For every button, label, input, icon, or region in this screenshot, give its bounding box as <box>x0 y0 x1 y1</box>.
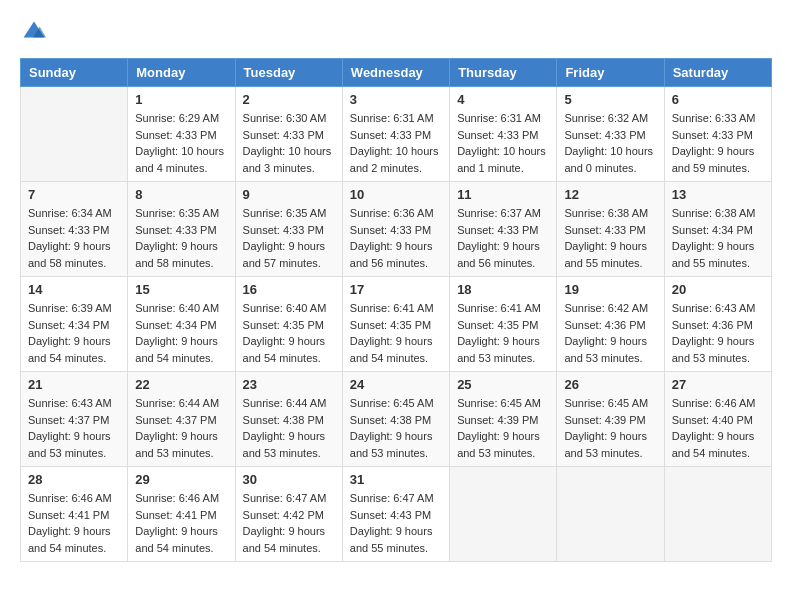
cell-content: Sunrise: 6:39 AM Sunset: 4:34 PM Dayligh… <box>28 300 120 366</box>
day-number: 6 <box>672 92 764 107</box>
calendar-week-1: 1 Sunrise: 6:29 AM Sunset: 4:33 PM Dayli… <box>21 87 772 182</box>
day-number: 7 <box>28 187 120 202</box>
sunset-text: Sunset: 4:36 PM <box>564 319 645 331</box>
calendar-cell: 2 Sunrise: 6:30 AM Sunset: 4:33 PM Dayli… <box>235 87 342 182</box>
daylight-text: Daylight: 10 hours and 3 minutes. <box>243 145 332 174</box>
daylight-text: Daylight: 9 hours and 55 minutes. <box>672 240 755 269</box>
day-header-friday: Friday <box>557 59 664 87</box>
daylight-text: Daylight: 9 hours and 55 minutes. <box>350 525 433 554</box>
day-header-monday: Monday <box>128 59 235 87</box>
calendar-week-4: 21 Sunrise: 6:43 AM Sunset: 4:37 PM Dayl… <box>21 372 772 467</box>
day-number: 10 <box>350 187 442 202</box>
daylight-text: Daylight: 9 hours and 53 minutes. <box>672 335 755 364</box>
sunset-text: Sunset: 4:33 PM <box>564 129 645 141</box>
daylight-text: Daylight: 10 hours and 1 minute. <box>457 145 546 174</box>
calendar-cell: 1 Sunrise: 6:29 AM Sunset: 4:33 PM Dayli… <box>128 87 235 182</box>
cell-content: Sunrise: 6:46 AM Sunset: 4:41 PM Dayligh… <box>28 490 120 556</box>
sunset-text: Sunset: 4:33 PM <box>135 224 216 236</box>
daylight-text: Daylight: 10 hours and 0 minutes. <box>564 145 653 174</box>
day-number: 19 <box>564 282 656 297</box>
calendar-cell <box>450 467 557 562</box>
calendar-cell: 16 Sunrise: 6:40 AM Sunset: 4:35 PM Dayl… <box>235 277 342 372</box>
calendar-header-row: SundayMondayTuesdayWednesdayThursdayFrid… <box>21 59 772 87</box>
calendar-cell: 12 Sunrise: 6:38 AM Sunset: 4:33 PM Dayl… <box>557 182 664 277</box>
sunrise-text: Sunrise: 6:41 AM <box>457 302 541 314</box>
sunset-text: Sunset: 4:36 PM <box>672 319 753 331</box>
calendar-cell <box>21 87 128 182</box>
sunrise-text: Sunrise: 6:31 AM <box>350 112 434 124</box>
cell-content: Sunrise: 6:40 AM Sunset: 4:35 PM Dayligh… <box>243 300 335 366</box>
sunrise-text: Sunrise: 6:41 AM <box>350 302 434 314</box>
cell-content: Sunrise: 6:43 AM Sunset: 4:36 PM Dayligh… <box>672 300 764 366</box>
cell-content: Sunrise: 6:33 AM Sunset: 4:33 PM Dayligh… <box>672 110 764 176</box>
sunset-text: Sunset: 4:33 PM <box>135 129 216 141</box>
sunrise-text: Sunrise: 6:42 AM <box>564 302 648 314</box>
calendar-cell: 24 Sunrise: 6:45 AM Sunset: 4:38 PM Dayl… <box>342 372 449 467</box>
calendar-cell: 19 Sunrise: 6:42 AM Sunset: 4:36 PM Dayl… <box>557 277 664 372</box>
daylight-text: Daylight: 10 hours and 2 minutes. <box>350 145 439 174</box>
daylight-text: Daylight: 9 hours and 54 minutes. <box>28 525 111 554</box>
daylight-text: Daylight: 9 hours and 53 minutes. <box>457 335 540 364</box>
calendar-cell: 4 Sunrise: 6:31 AM Sunset: 4:33 PM Dayli… <box>450 87 557 182</box>
daylight-text: Daylight: 9 hours and 58 minutes. <box>135 240 218 269</box>
day-number: 8 <box>135 187 227 202</box>
cell-content: Sunrise: 6:42 AM Sunset: 4:36 PM Dayligh… <box>564 300 656 366</box>
sunrise-text: Sunrise: 6:44 AM <box>135 397 219 409</box>
sunset-text: Sunset: 4:34 PM <box>135 319 216 331</box>
day-number: 5 <box>564 92 656 107</box>
cell-content: Sunrise: 6:30 AM Sunset: 4:33 PM Dayligh… <box>243 110 335 176</box>
daylight-text: Daylight: 10 hours and 4 minutes. <box>135 145 224 174</box>
sunrise-text: Sunrise: 6:43 AM <box>672 302 756 314</box>
cell-content: Sunrise: 6:29 AM Sunset: 4:33 PM Dayligh… <box>135 110 227 176</box>
day-number: 20 <box>672 282 764 297</box>
day-number: 29 <box>135 472 227 487</box>
sunrise-text: Sunrise: 6:32 AM <box>564 112 648 124</box>
sunrise-text: Sunrise: 6:46 AM <box>28 492 112 504</box>
cell-content: Sunrise: 6:40 AM Sunset: 4:34 PM Dayligh… <box>135 300 227 366</box>
cell-content: Sunrise: 6:45 AM Sunset: 4:39 PM Dayligh… <box>457 395 549 461</box>
day-header-wednesday: Wednesday <box>342 59 449 87</box>
calendar-cell: 25 Sunrise: 6:45 AM Sunset: 4:39 PM Dayl… <box>450 372 557 467</box>
cell-content: Sunrise: 6:46 AM Sunset: 4:40 PM Dayligh… <box>672 395 764 461</box>
sunset-text: Sunset: 4:39 PM <box>457 414 538 426</box>
cell-content: Sunrise: 6:31 AM Sunset: 4:33 PM Dayligh… <box>457 110 549 176</box>
logo <box>20 20 50 48</box>
sunrise-text: Sunrise: 6:38 AM <box>564 207 648 219</box>
sunrise-text: Sunrise: 6:45 AM <box>350 397 434 409</box>
day-number: 30 <box>243 472 335 487</box>
calendar-cell: 10 Sunrise: 6:36 AM Sunset: 4:33 PM Dayl… <box>342 182 449 277</box>
cell-content: Sunrise: 6:35 AM Sunset: 4:33 PM Dayligh… <box>135 205 227 271</box>
cell-content: Sunrise: 6:45 AM Sunset: 4:38 PM Dayligh… <box>350 395 442 461</box>
day-header-thursday: Thursday <box>450 59 557 87</box>
sunset-text: Sunset: 4:33 PM <box>457 129 538 141</box>
day-number: 24 <box>350 377 442 392</box>
calendar-cell: 27 Sunrise: 6:46 AM Sunset: 4:40 PM Dayl… <box>664 372 771 467</box>
daylight-text: Daylight: 9 hours and 57 minutes. <box>243 240 326 269</box>
daylight-text: Daylight: 9 hours and 53 minutes. <box>457 430 540 459</box>
cell-content: Sunrise: 6:41 AM Sunset: 4:35 PM Dayligh… <box>350 300 442 366</box>
sunset-text: Sunset: 4:41 PM <box>28 509 109 521</box>
daylight-text: Daylight: 9 hours and 54 minutes. <box>135 525 218 554</box>
sunrise-text: Sunrise: 6:31 AM <box>457 112 541 124</box>
daylight-text: Daylight: 9 hours and 58 minutes. <box>28 240 111 269</box>
daylight-text: Daylight: 9 hours and 54 minutes. <box>135 335 218 364</box>
sunset-text: Sunset: 4:35 PM <box>350 319 431 331</box>
day-number: 3 <box>350 92 442 107</box>
sunrise-text: Sunrise: 6:37 AM <box>457 207 541 219</box>
sunset-text: Sunset: 4:34 PM <box>28 319 109 331</box>
day-number: 11 <box>457 187 549 202</box>
daylight-text: Daylight: 9 hours and 54 minutes. <box>672 430 755 459</box>
day-number: 4 <box>457 92 549 107</box>
calendar-cell: 15 Sunrise: 6:40 AM Sunset: 4:34 PM Dayl… <box>128 277 235 372</box>
cell-content: Sunrise: 6:31 AM Sunset: 4:33 PM Dayligh… <box>350 110 442 176</box>
daylight-text: Daylight: 9 hours and 53 minutes. <box>564 335 647 364</box>
calendar-cell: 13 Sunrise: 6:38 AM Sunset: 4:34 PM Dayl… <box>664 182 771 277</box>
day-number: 14 <box>28 282 120 297</box>
sunset-text: Sunset: 4:38 PM <box>350 414 431 426</box>
calendar-week-5: 28 Sunrise: 6:46 AM Sunset: 4:41 PM Dayl… <box>21 467 772 562</box>
calendar-cell: 11 Sunrise: 6:37 AM Sunset: 4:33 PM Dayl… <box>450 182 557 277</box>
cell-content: Sunrise: 6:44 AM Sunset: 4:38 PM Dayligh… <box>243 395 335 461</box>
sunset-text: Sunset: 4:42 PM <box>243 509 324 521</box>
cell-content: Sunrise: 6:37 AM Sunset: 4:33 PM Dayligh… <box>457 205 549 271</box>
cell-content: Sunrise: 6:45 AM Sunset: 4:39 PM Dayligh… <box>564 395 656 461</box>
